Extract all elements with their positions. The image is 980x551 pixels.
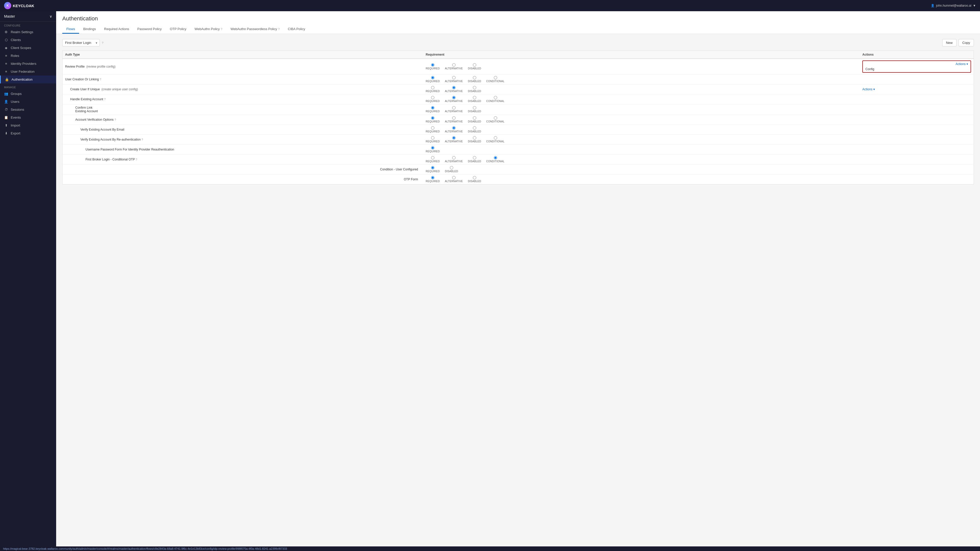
requirement-cell: REQUIRED ALTERNATIVE DISABLED — [423, 75, 860, 84]
flow-help-icon[interactable]: ? — [102, 41, 103, 44]
actions-cell — [860, 125, 974, 135]
actions-link[interactable]: Actions ▾ — [862, 87, 971, 91]
radio-required-input[interactable] — [431, 96, 434, 99]
radio-alternative-input[interactable] — [452, 63, 455, 67]
new-button[interactable]: New — [942, 39, 956, 46]
radio-required-input[interactable] — [431, 116, 434, 120]
radio-alternative-input[interactable] — [452, 76, 455, 79]
radio-required-input[interactable] — [431, 63, 434, 67]
radio-alternative: ALTERNATIVE — [445, 126, 463, 133]
radio-conditional: CONDITIONAL — [486, 156, 504, 163]
radio-alternative-input[interactable] — [452, 116, 455, 120]
sidebar-item-identity-providers[interactable]: ≡ Identity Providers — [0, 60, 56, 68]
user-chevron[interactable]: ▼ — [973, 4, 976, 7]
th-requirement: Requirement — [423, 51, 860, 59]
sidebar-item-authentication[interactable]: 🔒 Authentication — [0, 76, 56, 83]
radio-required-input[interactable] — [431, 146, 434, 149]
help-icon[interactable]: ? — [136, 158, 137, 161]
radio-alternative-input[interactable] — [452, 136, 455, 140]
flow-select[interactable]: First Broker Login Browser Direct Grant — [62, 39, 100, 46]
tab-webauthn-passwordless[interactable]: WebAuthn Passwordless Policy ? — [226, 25, 284, 34]
sidebar-item-events[interactable]: 📋 Events — [0, 114, 56, 121]
radio-disabled: DISABLED — [468, 63, 481, 70]
radio-disabled-input[interactable] — [450, 166, 453, 169]
radio-alternative-input[interactable] — [452, 126, 455, 130]
radio-disabled-input[interactable] — [473, 126, 476, 130]
actions-dropdown-toggle[interactable]: Actions ▾ — [863, 62, 970, 67]
sidebar-item-realm-settings[interactable]: ⚙ Realm Settings — [0, 28, 56, 36]
radio-required-input[interactable] — [431, 136, 434, 140]
help-icon[interactable]: ? — [115, 118, 116, 121]
radio-alternative-input[interactable] — [452, 176, 455, 179]
radio-conditional-label: CONDITIONAL — [486, 120, 504, 123]
sidebar-item-label: Realm Settings — [11, 30, 33, 34]
radio-alternative-input[interactable] — [452, 156, 455, 159]
tab-ciba-policy[interactable]: CIBA Policy — [284, 25, 309, 34]
radio-conditional-input[interactable] — [494, 156, 497, 159]
actions-cell — [860, 75, 974, 84]
radio-disabled-input[interactable] — [473, 76, 476, 79]
sidebar-item-label: Authentication — [11, 78, 32, 81]
sidebar-item-sessions[interactable]: ⏱ Sessions — [0, 106, 56, 114]
radio-disabled-input[interactable] — [473, 136, 476, 140]
table-row: Confirm LinkExisting Account REQUIRED — [62, 104, 974, 115]
radio-required-input[interactable] — [431, 176, 434, 179]
radio-conditional-input[interactable] — [494, 136, 497, 140]
sidebar-item-user-federation[interactable]: ≡ User Federation — [0, 68, 56, 76]
radio-conditional-input[interactable] — [494, 116, 497, 120]
radio-conditional-input[interactable] — [494, 96, 497, 99]
radio-alternative-input[interactable] — [452, 86, 455, 89]
auth-type-cell: Handle Existing Account ? — [62, 94, 423, 104]
help-icon[interactable]: ? — [104, 98, 106, 101]
sidebar-item-import[interactable]: ⬆ Import — [0, 121, 56, 129]
radio-conditional: CONDITIONAL — [486, 76, 504, 83]
radio-conditional-input[interactable] — [494, 76, 497, 79]
realm-chevron[interactable]: ∨ — [49, 14, 52, 18]
radio-required-input[interactable] — [431, 76, 434, 79]
tab-webauthn-policy[interactable]: WebAuthn Policy ? — [190, 25, 226, 34]
radio-disabled-input[interactable] — [473, 86, 476, 89]
sidebar-realm[interactable]: Master ∨ — [0, 11, 56, 22]
radio-required-input[interactable] — [431, 106, 434, 110]
tab-otp-policy[interactable]: OTP Policy — [165, 25, 190, 34]
config-button[interactable]: Config — [863, 67, 970, 72]
radio-disabled-input[interactable] — [473, 116, 476, 120]
manage-section-title: Manage — [0, 83, 56, 90]
sidebar-item-export[interactable]: ⬇ Export — [0, 129, 56, 137]
sidebar-item-clients[interactable]: ⬡ Clients — [0, 36, 56, 44]
radio-required-input[interactable] — [431, 156, 434, 159]
radio-required-input[interactable] — [431, 86, 434, 89]
row-label: OTP Form — [65, 178, 421, 181]
sidebar-item-groups[interactable]: 👥 Groups — [0, 90, 56, 98]
radio-disabled-input[interactable] — [473, 156, 476, 159]
sidebar-item-client-scopes[interactable]: ◈ Client Scopes — [0, 44, 56, 52]
help-icon[interactable]: ? — [142, 138, 143, 141]
radio-disabled-input[interactable] — [473, 176, 476, 179]
app-body: Master ∨ Configure ⚙ Realm Settings ⬡ Cl… — [0, 11, 980, 551]
radio-alternative-input[interactable] — [452, 106, 455, 110]
radio-required-input[interactable] — [431, 166, 434, 169]
radio-disabled-input[interactable] — [473, 106, 476, 110]
radio-alternative: ALTERNATIVE — [445, 156, 463, 163]
radio-required: REQUIRED — [426, 106, 440, 113]
actions-cell — [860, 135, 974, 144]
row-label: Condition - User Configured — [65, 168, 421, 171]
radio-required: REQUIRED — [426, 176, 440, 183]
sidebar-item-users[interactable]: 👤 Users — [0, 98, 56, 106]
copy-button[interactable]: Copy — [959, 39, 974, 46]
radio-disabled-input[interactable] — [473, 96, 476, 99]
sidebar-item-label: Identity Providers — [11, 62, 36, 65]
toolbar: First Broker Login Browser Direct Grant … — [62, 39, 974, 46]
radio-required-label: REQUIRED — [426, 140, 440, 143]
radio-disabled-input[interactable] — [473, 63, 476, 67]
tab-required-actions[interactable]: Required Actions — [100, 25, 133, 34]
flow-select-wrapper: First Broker Login Browser Direct Grant … — [62, 39, 100, 46]
help-icon[interactable]: ? — [100, 78, 101, 81]
radio-alternative-input[interactable] — [452, 96, 455, 99]
tab-flows[interactable]: Flows — [62, 25, 79, 34]
tab-password-policy[interactable]: Password Policy — [133, 25, 165, 34]
tab-bindings[interactable]: Bindings — [79, 25, 100, 34]
radio-required-input[interactable] — [431, 126, 434, 130]
sidebar-item-roles[interactable]: ≡ Roles — [0, 52, 56, 60]
users-icon: 👤 — [4, 100, 8, 103]
